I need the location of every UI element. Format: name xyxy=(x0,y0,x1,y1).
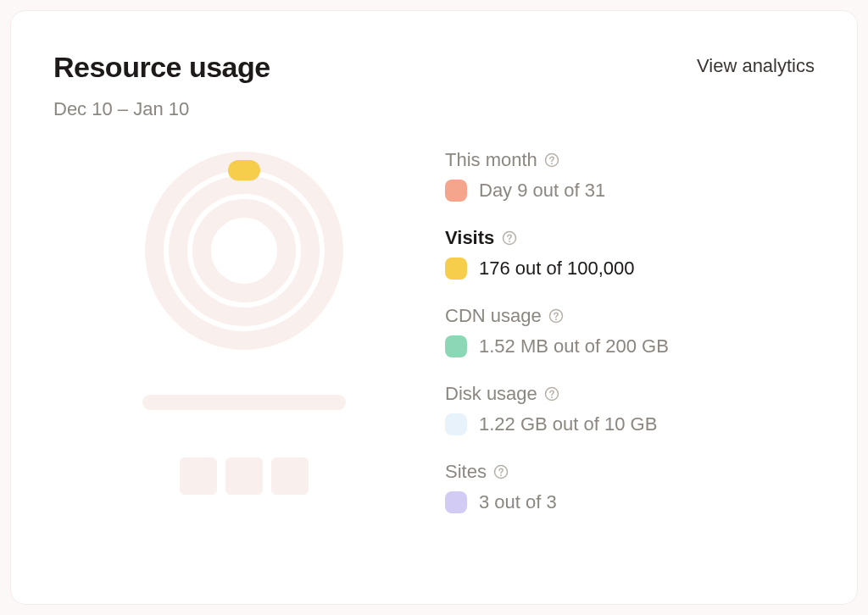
metric-value-row: 3 out of 3 xyxy=(445,491,815,513)
metric-value-row: 176 out of 100,000 xyxy=(445,258,815,280)
card-title: Resource usage xyxy=(53,52,270,83)
metric-label-row: Visits xyxy=(445,227,815,249)
metric-value: 1.52 MB out of 200 GB xyxy=(479,335,669,357)
color-swatch-sites xyxy=(445,491,467,513)
svg-point-10 xyxy=(551,396,553,398)
metric-label: Sites xyxy=(445,461,487,483)
metric-value-row: Day 9 out of 31 xyxy=(445,180,815,202)
metric-disk: Disk usage 1.22 GB out of 10 GB xyxy=(445,383,815,435)
metric-label-row: CDN usage xyxy=(445,305,815,327)
card-header: Resource usage View analytics xyxy=(53,52,815,83)
site-block xyxy=(225,457,263,495)
metric-sites: Sites 3 out of 3 xyxy=(445,461,815,513)
help-icon[interactable] xyxy=(493,464,509,480)
view-analytics-button[interactable]: View analytics xyxy=(697,52,815,77)
visits-ring-marker xyxy=(228,160,260,180)
metric-value-row: 1.22 GB out of 10 GB xyxy=(445,413,815,435)
site-block xyxy=(271,457,309,495)
svg-point-6 xyxy=(509,241,510,242)
svg-point-2 xyxy=(202,208,287,293)
sites-blocks xyxy=(180,457,309,495)
color-swatch-cdn xyxy=(445,335,467,357)
card-body: This month Day 9 out of 31 Visits xyxy=(53,149,815,513)
color-swatch-disk xyxy=(445,413,467,435)
svg-point-8 xyxy=(555,319,557,320)
metric-month: This month Day 9 out of 31 xyxy=(445,149,815,202)
metric-value-row: 1.52 MB out of 200 GB xyxy=(445,335,815,357)
metric-value: Day 9 out of 31 xyxy=(479,180,605,202)
metric-label-row: This month xyxy=(445,149,815,171)
rings-icon xyxy=(144,151,344,351)
resource-usage-card: Resource usage View analytics Dec 10 – J… xyxy=(10,10,858,605)
metric-value: 176 out of 100,000 xyxy=(479,258,635,280)
svg-point-12 xyxy=(501,474,503,476)
metric-label: CDN usage xyxy=(445,305,542,327)
help-icon[interactable] xyxy=(501,230,517,247)
usage-visual-column xyxy=(53,149,435,513)
metric-label: Disk usage xyxy=(445,383,537,405)
metric-list: This month Day 9 out of 31 Visits xyxy=(435,149,815,513)
help-icon[interactable] xyxy=(548,308,565,324)
month-progress-bar xyxy=(142,395,346,410)
metric-visits: Visits 176 out of 100,000 xyxy=(445,227,815,280)
color-swatch-month xyxy=(445,180,467,202)
metric-label-row: Disk usage xyxy=(445,383,815,405)
metric-label: Visits xyxy=(445,227,494,249)
metric-label-row: Sites xyxy=(445,461,815,483)
help-icon[interactable] xyxy=(544,152,560,169)
metric-label: This month xyxy=(445,149,537,171)
metric-value: 1.22 GB out of 10 GB xyxy=(479,413,657,435)
site-block xyxy=(180,457,217,495)
metric-value: 3 out of 3 xyxy=(479,491,557,513)
svg-point-4 xyxy=(551,163,553,164)
color-swatch-visits xyxy=(445,258,467,280)
date-range: Dec 10 – Jan 10 xyxy=(53,98,815,120)
metric-cdn: CDN usage 1.52 MB out of 200 GB xyxy=(445,305,815,357)
help-icon[interactable] xyxy=(544,386,560,402)
usage-rings xyxy=(144,151,344,351)
